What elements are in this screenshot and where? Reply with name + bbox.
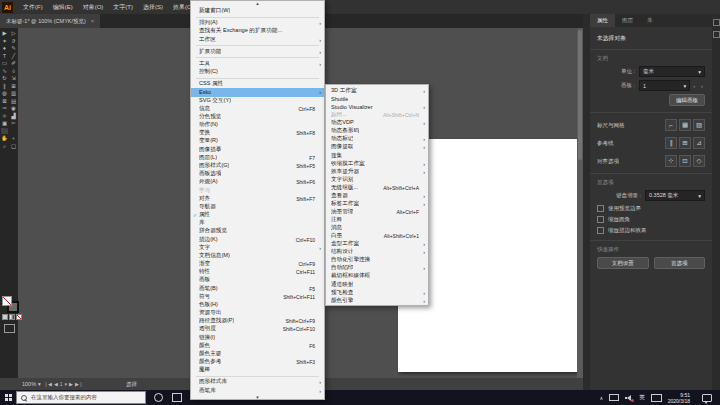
artboard-tool[interactable]: ▣ bbox=[1, 120, 9, 127]
menu-item[interactable]: 颜色F6 bbox=[191, 342, 324, 350]
keyboard-increment-select[interactable]: 0.3528 毫米 ▾ bbox=[645, 190, 705, 201]
menu-item[interactable]: 自动化引擎连接 bbox=[326, 256, 428, 264]
menu-item[interactable]: 描边(K)Ctrl+F10 bbox=[191, 235, 324, 243]
menu-item[interactable]: 画板选项 bbox=[191, 170, 324, 178]
lock-guides-icon[interactable]: ⊞ bbox=[679, 137, 691, 149]
slice-tool[interactable]: ✂ bbox=[10, 120, 18, 127]
ime-indicator[interactable]: 英 bbox=[639, 394, 645, 401]
menu-item[interactable]: 导航器 bbox=[191, 203, 324, 211]
checkbox[interactable] bbox=[597, 227, 604, 234]
hand-tool[interactable]: ✋ bbox=[1, 135, 9, 142]
menubar-item[interactable]: 文件(F) bbox=[18, 0, 48, 14]
menu-item[interactable]: 符号Shift+Ctrl+F11 bbox=[191, 293, 324, 301]
menu-item[interactable]: 裁切框和媒体框 bbox=[326, 272, 428, 280]
artboard-prev-next-buttons[interactable]: ‹ › bbox=[693, 83, 705, 89]
panel-tab-图层[interactable]: 图层 bbox=[615, 14, 640, 27]
line-tool[interactable]: ╱ bbox=[10, 53, 18, 60]
menu-item[interactable]: 如同...Alt+Shift+Ctrl+N bbox=[326, 111, 428, 119]
last-artboard-button[interactable]: ▶❘ bbox=[75, 381, 83, 387]
quick-action-button[interactable]: 文档设置 bbox=[597, 257, 649, 269]
grid-icon[interactable]: ▦ bbox=[679, 119, 691, 131]
menu-item[interactable]: 控制(C) bbox=[191, 68, 324, 76]
graph-tool[interactable]: ▟ bbox=[10, 113, 18, 120]
transparency-grid-icon[interactable]: ▨ bbox=[693, 119, 705, 131]
menu-item[interactable]: 标签工作室› bbox=[326, 200, 428, 208]
quick-action-button[interactable]: 首选项 bbox=[654, 257, 706, 269]
tray-expand-icon[interactable]: ∧ bbox=[600, 395, 604, 401]
direct-selection-tool[interactable]: ▷ bbox=[10, 30, 18, 37]
menu-item[interactable]: 链接(I) bbox=[191, 334, 324, 342]
menu-item[interactable]: 对齐Shift+F7 bbox=[191, 195, 324, 203]
selection-tool[interactable]: ▶ bbox=[1, 30, 9, 37]
menu-item[interactable]: 库 bbox=[191, 219, 324, 227]
touch-keyboard-icon[interactable] bbox=[651, 394, 662, 402]
menu-item[interactable]: 图形样式库› bbox=[191, 378, 324, 386]
shaper-tool[interactable]: ∿ bbox=[1, 68, 9, 75]
menu-item[interactable]: 查看器› bbox=[326, 192, 428, 200]
screen-tool[interactable]: ▢ bbox=[10, 143, 18, 150]
next-artboard-button[interactable]: ▶ bbox=[69, 381, 73, 387]
units-select[interactable]: 毫米 ▾ bbox=[639, 66, 705, 77]
menu-item[interactable]: 图像描摹 bbox=[191, 146, 324, 154]
menu-item[interactable]: 注释 bbox=[326, 216, 428, 224]
eyedropper-tool[interactable]: ✑ bbox=[1, 105, 9, 112]
mesh-tool[interactable]: ⊠ bbox=[1, 98, 9, 105]
menubar-item[interactable]: 编辑(E) bbox=[48, 0, 78, 14]
none-button[interactable] bbox=[16, 314, 22, 320]
menu-item[interactable]: 文字› bbox=[191, 244, 324, 252]
start-button[interactable] bbox=[0, 390, 16, 405]
collapsed-panel-icon[interactable] bbox=[713, 31, 720, 38]
menu-item[interactable]: 动作(N) bbox=[191, 121, 324, 129]
zoom-tool[interactable]: ⌕ bbox=[1, 143, 9, 150]
artboard-select[interactable]: 1 ▾ bbox=[639, 80, 690, 91]
menu-item[interactable]: 外观(A)Shift+F6 bbox=[191, 178, 324, 186]
menu-item[interactable]: 收缩膜工作室› bbox=[326, 160, 428, 168]
menu-item[interactable]: 结构设计› bbox=[326, 248, 428, 256]
cortana-button[interactable] bbox=[154, 393, 163, 402]
menu-item[interactable]: 资源导出 bbox=[191, 309, 324, 317]
esko-plugin-tool[interactable]: ⬛ bbox=[1, 128, 9, 135]
menu-item[interactable]: 3D 工作室› bbox=[326, 87, 428, 95]
menu-item[interactable]: 搜集 bbox=[326, 152, 428, 160]
menu-item[interactable]: 无缝组版...Alt+Shift+Ctrl+A bbox=[326, 184, 428, 192]
menu-item[interactable]: 学习 bbox=[191, 186, 324, 194]
menu-item[interactable]: 动态VDP› bbox=[326, 119, 428, 127]
width-tool[interactable]: ∥ bbox=[1, 83, 9, 90]
menu-item[interactable]: 工作区› bbox=[191, 36, 324, 44]
type-tool[interactable]: T bbox=[1, 53, 9, 60]
menu-item[interactable]: 消息 bbox=[326, 224, 428, 232]
menu-item[interactable]: Esko› bbox=[191, 88, 324, 96]
pen-tool[interactable]: ♦ bbox=[1, 45, 9, 52]
eraser-tool[interactable]: ◊ bbox=[10, 68, 18, 75]
shape-builder-tool[interactable]: ◍ bbox=[1, 90, 9, 97]
menu-item[interactable]: 白墨Alt+Shift+Ctrl+1 bbox=[326, 232, 428, 240]
menu-item[interactable]: 动态标记› bbox=[326, 135, 428, 143]
menu-item[interactable]: 扩展功能› bbox=[191, 48, 324, 56]
menu-item[interactable]: 色板(H) bbox=[191, 301, 324, 309]
prev-artboard-button[interactable]: ◀ bbox=[54, 381, 58, 387]
scale-tool[interactable]: ⇲ bbox=[10, 75, 18, 82]
blank[interactable] bbox=[10, 128, 18, 135]
menu-item[interactable]: 路径查找器(P)Shift+Ctrl+F9 bbox=[191, 317, 324, 325]
tab-close-icon[interactable]: × bbox=[91, 18, 95, 24]
action-center-icon[interactable] bbox=[702, 394, 712, 402]
color-button[interactable] bbox=[2, 314, 8, 320]
menu-item[interactable]: 通道映射 bbox=[326, 281, 428, 289]
blend-tool[interactable]: ◉ bbox=[10, 105, 18, 112]
menubar-item[interactable]: 对象(O) bbox=[78, 0, 109, 14]
menu-item[interactable]: 颜色参考Shift+F3 bbox=[191, 358, 324, 366]
checkbox[interactable] bbox=[597, 216, 604, 223]
rotate-tool[interactable]: ↻ bbox=[1, 75, 9, 82]
artboard-number-dropdown-icon[interactable]: ▾ bbox=[65, 381, 68, 387]
menu-item[interactable]: 拼合器预览 bbox=[191, 227, 324, 235]
lasso-tool[interactable]: ϑ bbox=[10, 38, 18, 45]
menu-item[interactable]: 特性Ctrl+F11 bbox=[191, 268, 324, 276]
menu-item[interactable]: Studio Visualizer› bbox=[326, 103, 428, 111]
symbol-sprayer-tool[interactable]: ፨ bbox=[1, 113, 9, 120]
screen-mode-button[interactable] bbox=[4, 324, 15, 333]
menu-item[interactable]: 变换Shift+F8 bbox=[191, 129, 324, 137]
menu-item[interactable]: 颜色引擎› bbox=[326, 297, 428, 305]
menu-item[interactable]: 预飞检查› bbox=[326, 289, 428, 297]
menubar-item[interactable]: 选择(S) bbox=[138, 0, 168, 14]
snap-to-pixel-icon[interactable]: ⊡ bbox=[679, 155, 691, 167]
